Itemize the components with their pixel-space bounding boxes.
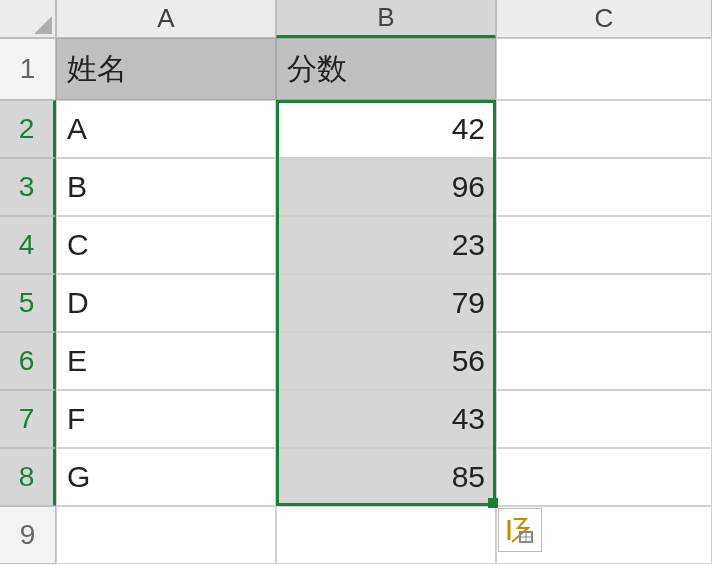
row-header-4[interactable]: 4 — [0, 216, 56, 274]
cell-A2[interactable]: A — [56, 100, 276, 158]
cell-B4[interactable]: 23 — [276, 216, 496, 274]
cell-B6[interactable]: 56 — [276, 332, 496, 390]
cell-A8[interactable]: G — [56, 448, 276, 506]
row-header-2[interactable]: 2 — [0, 100, 56, 158]
quick-analysis-button[interactable] — [498, 508, 542, 552]
cell-C7[interactable] — [496, 390, 712, 448]
cell-A4[interactable]: C — [56, 216, 276, 274]
row-header-7[interactable]: 7 — [0, 390, 56, 448]
cell-C1[interactable] — [496, 38, 712, 100]
cell-B3[interactable]: 96 — [276, 158, 496, 216]
cell-B1[interactable]: 分数 — [276, 38, 496, 100]
cell-B7[interactable]: 43 — [276, 390, 496, 448]
cell-C3[interactable] — [496, 158, 712, 216]
col-header-B[interactable]: B — [276, 0, 496, 38]
row-header-6[interactable]: 6 — [0, 332, 56, 390]
svg-marker-0 — [34, 16, 52, 34]
row-header-5[interactable]: 5 — [0, 274, 56, 332]
row-header-8[interactable]: 8 — [0, 448, 56, 506]
cell-C2[interactable] — [496, 100, 712, 158]
cell-C8[interactable] — [496, 448, 712, 506]
cell-A7[interactable]: F — [56, 390, 276, 448]
cell-C6[interactable] — [496, 332, 712, 390]
cell-C5[interactable] — [496, 274, 712, 332]
cell-C4[interactable] — [496, 216, 712, 274]
select-all-corner[interactable] — [0, 0, 56, 38]
cell-A9[interactable] — [56, 506, 276, 564]
cell-A6[interactable]: E — [56, 332, 276, 390]
row-header-9[interactable]: 9 — [0, 506, 56, 564]
col-header-C[interactable]: C — [496, 0, 712, 38]
spreadsheet-grid[interactable]: A B C 1 2 3 4 5 6 7 8 9 姓名 分数 A B C D E … — [0, 0, 712, 565]
cell-B2[interactable]: 42 — [276, 100, 496, 158]
quick-analysis-icon — [506, 516, 534, 544]
row-header-3[interactable]: 3 — [0, 158, 56, 216]
cell-A1[interactable]: 姓名 — [56, 38, 276, 100]
cell-A3[interactable]: B — [56, 158, 276, 216]
cell-B9[interactable] — [276, 506, 496, 564]
cell-A5[interactable]: D — [56, 274, 276, 332]
col-header-A[interactable]: A — [56, 0, 276, 38]
row-header-1[interactable]: 1 — [0, 38, 56, 100]
cell-B5[interactable]: 79 — [276, 274, 496, 332]
cell-B8[interactable]: 85 — [276, 448, 496, 506]
